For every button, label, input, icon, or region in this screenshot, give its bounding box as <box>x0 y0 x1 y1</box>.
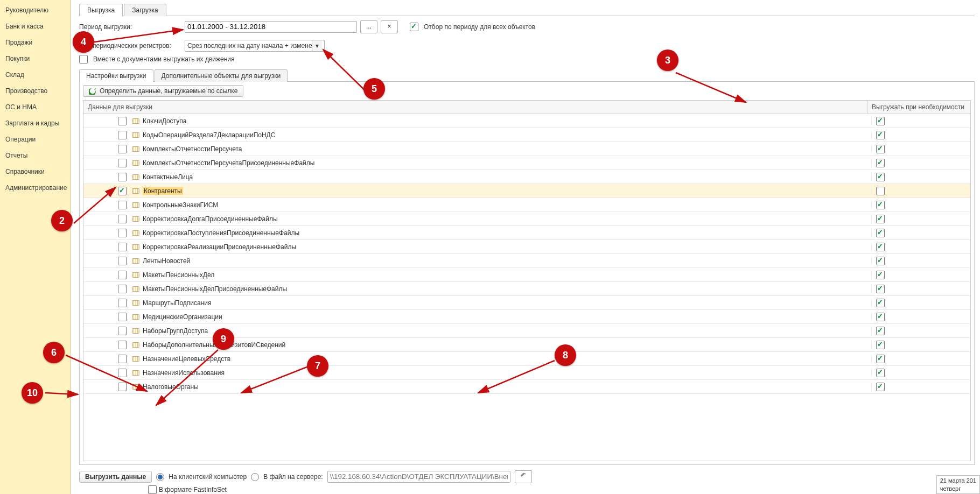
row-select-checkbox[interactable] <box>118 327 127 335</box>
table-row[interactable]: КлючиДоступа <box>83 114 970 128</box>
table-row[interactable]: КонтактныеЛица <box>83 170 970 184</box>
fastinfoset-checkbox[interactable] <box>148 485 157 494</box>
row-select-checkbox[interactable] <box>118 159 127 167</box>
row-select-checkbox[interactable] <box>118 383 127 391</box>
row-necessity-checkbox[interactable] <box>876 243 885 251</box>
row-select-checkbox[interactable] <box>118 131 127 139</box>
table-row[interactable]: КорректировкаПоступленияПрисоединенныеФа… <box>83 226 970 240</box>
row-select-checkbox[interactable] <box>118 187 127 195</box>
table-row[interactable]: МаршрутыПодписания <box>83 296 970 310</box>
annotation-marker-10: 10 <box>22 382 43 404</box>
tab-export-settings[interactable]: Настройки выгрузки <box>79 69 153 82</box>
nav-item[interactable]: Склад <box>0 67 70 83</box>
nav-item[interactable]: Администрирование <box>0 180 70 196</box>
row-necessity-checkbox[interactable] <box>876 131 885 139</box>
row-necessity-checkbox[interactable] <box>876 285 885 293</box>
row-necessity-checkbox[interactable] <box>876 145 885 153</box>
tab-export[interactable]: Выгрузка <box>79 4 123 16</box>
define-linked-data-button[interactable]: Определить данные, выгружаемые по ссылке <box>83 85 243 97</box>
row-necessity-checkbox[interactable] <box>876 383 885 391</box>
row-select-checkbox[interactable] <box>118 201 127 209</box>
row-necessity-checkbox[interactable] <box>876 355 885 363</box>
nav-item[interactable]: Руководителю <box>0 2 70 18</box>
with-docs-label: Вместе с документами выгружать их движен… <box>93 55 235 63</box>
nav-item[interactable]: Производство <box>0 83 70 99</box>
date-badge: 21 марта 201 четверг <box>936 475 980 494</box>
tab-extra-objects[interactable]: Дополнительные объекты для выгрузки <box>155 69 288 82</box>
nav-item[interactable]: Зарплата и кадры <box>0 115 70 131</box>
table-row[interactable]: МакетыПенсионныхДел <box>83 268 970 282</box>
row-necessity-checkbox[interactable] <box>876 229 885 237</box>
export-table: Данные для выгрузки Выгружать при необхо… <box>83 100 971 461</box>
tab-import[interactable]: Загрузка <box>124 4 166 16</box>
table-row[interactable]: МакетыПенсионныхДелПрисоединенныеФайлы <box>83 282 970 296</box>
annotation-marker-8: 8 <box>555 344 576 366</box>
column-header-necessity[interactable]: Выгружать при необходимости <box>867 101 970 114</box>
row-select-checkbox[interactable] <box>118 271 127 279</box>
nav-item[interactable]: Справочники <box>0 164 70 180</box>
row-necessity-checkbox[interactable] <box>876 117 885 125</box>
table-row[interactable]: Контрагенты <box>83 184 970 198</box>
row-necessity-checkbox[interactable] <box>876 327 885 335</box>
table-row[interactable]: МедицинскиеОрганизации <box>83 310 970 324</box>
row-select-checkbox[interactable] <box>118 341 127 349</box>
period-clear-button[interactable]: × <box>381 20 398 33</box>
row-necessity-checkbox[interactable] <box>876 173 885 181</box>
row-select-checkbox[interactable] <box>118 369 127 377</box>
period-select-button[interactable]: ... <box>360 20 377 33</box>
row-necessity-checkbox[interactable] <box>876 187 885 195</box>
radio-to-client[interactable] <box>156 473 164 481</box>
row-name: НаборыГруппДоступа <box>143 327 208 335</box>
nav-item[interactable]: Покупки <box>0 51 70 67</box>
row-necessity-checkbox[interactable] <box>876 271 885 279</box>
row-select-checkbox[interactable] <box>118 173 127 181</box>
nav-item[interactable]: Отчеты <box>0 147 70 164</box>
period-input[interactable] <box>185 21 357 33</box>
row-necessity-checkbox[interactable] <box>876 215 885 223</box>
row-select-checkbox[interactable] <box>118 145 127 153</box>
chevron-down-icon[interactable]: ▾ <box>312 40 322 51</box>
export-data-button[interactable]: Выгрузить данные <box>79 471 152 483</box>
with-docs-checkbox[interactable] <box>79 55 88 63</box>
annotation-marker-3: 3 <box>657 50 678 71</box>
row-select-checkbox[interactable] <box>118 313 127 321</box>
periodic-registers-dropdown[interactable]: Срез последних на дату начала + изменени… <box>185 40 325 52</box>
table-row[interactable]: КомплектыОтчетностиПерсучета <box>83 142 970 156</box>
row-select-checkbox[interactable] <box>118 285 127 293</box>
server-path-input[interactable] <box>327 471 510 483</box>
row-name: КорректировкаПоступленияПрисоединенныеФа… <box>143 229 299 237</box>
row-select-checkbox[interactable] <box>118 117 127 125</box>
catalog-icon <box>130 369 142 377</box>
column-header-data[interactable]: Данные для выгрузки <box>83 101 867 114</box>
row-necessity-checkbox[interactable] <box>876 257 885 265</box>
row-necessity-checkbox[interactable] <box>876 313 885 321</box>
table-row[interactable]: КорректировкаРеализацииПрисоединенныеФай… <box>83 240 970 254</box>
row-select-checkbox[interactable] <box>118 257 127 265</box>
radio-to-server[interactable] <box>251 473 259 481</box>
nav-item[interactable]: Банк и касса <box>0 18 70 34</box>
catalog-icon <box>130 159 142 167</box>
table-row[interactable]: КодыОперацийРаздела7ДекларацииПоНДС <box>83 128 970 142</box>
nav-item[interactable]: Продажи <box>0 34 70 51</box>
row-necessity-checkbox[interactable] <box>876 341 885 349</box>
row-necessity-checkbox[interactable] <box>876 369 885 377</box>
table-row[interactable]: НазначениеЦелевыхСредств <box>83 352 970 366</box>
table-row[interactable]: КомплектыОтчетностиПерсучетаПрисоединенн… <box>83 156 970 170</box>
table-row[interactable]: НалоговыеОрганы <box>83 380 970 394</box>
nav-item[interactable]: ОС и НМА <box>0 99 70 115</box>
row-necessity-checkbox[interactable] <box>876 201 885 209</box>
row-select-checkbox[interactable] <box>118 215 127 223</box>
row-necessity-checkbox[interactable] <box>876 299 885 307</box>
nav-item[interactable]: Операции <box>0 131 70 147</box>
row-select-checkbox[interactable] <box>118 355 127 363</box>
table-row[interactable]: ЛентыНовостей <box>83 254 970 268</box>
table-row[interactable]: КонтрольныеЗнакиГИСМ <box>83 198 970 212</box>
table-row[interactable]: НазначенияИспользования <box>83 366 970 380</box>
filter-all-checkbox[interactable] <box>410 23 418 31</box>
row-select-checkbox[interactable] <box>118 299 127 307</box>
server-path-browse-button[interactable] <box>515 470 532 483</box>
row-necessity-checkbox[interactable] <box>876 159 885 167</box>
row-select-checkbox[interactable] <box>118 229 127 237</box>
table-row[interactable]: КорректировкаДолгаПрисоединенныеФайлы <box>83 212 970 226</box>
row-select-checkbox[interactable] <box>118 243 127 251</box>
